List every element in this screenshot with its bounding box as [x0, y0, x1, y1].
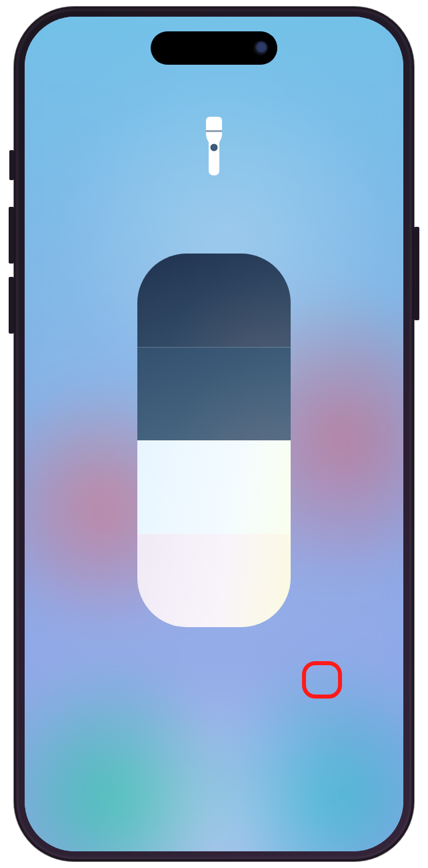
- level-segment-4[interactable]: [137, 254, 291, 347]
- volume-down-button: [9, 277, 14, 334]
- annotation-marker: [302, 661, 342, 699]
- ring-silent-switch: [9, 150, 14, 180]
- segment-divider: [137, 347, 291, 348]
- dynamic-island: [151, 31, 277, 65]
- segment-divider: [137, 440, 291, 441]
- level-segment-1[interactable]: [137, 534, 291, 627]
- level-segment-3[interactable]: [137, 347, 291, 440]
- svg-point-0: [211, 144, 218, 151]
- level-segment-2[interactable]: [137, 440, 291, 534]
- svg-rect-1: [206, 130, 222, 132]
- volume-up-button: [9, 207, 14, 264]
- flashlight-icon: [198, 115, 230, 177]
- flashlight-level-slider[interactable]: [137, 254, 291, 627]
- side-button: [414, 227, 419, 320]
- screen[interactable]: [25, 17, 403, 851]
- front-camera: [253, 41, 268, 55]
- segment-divider: [137, 534, 291, 534]
